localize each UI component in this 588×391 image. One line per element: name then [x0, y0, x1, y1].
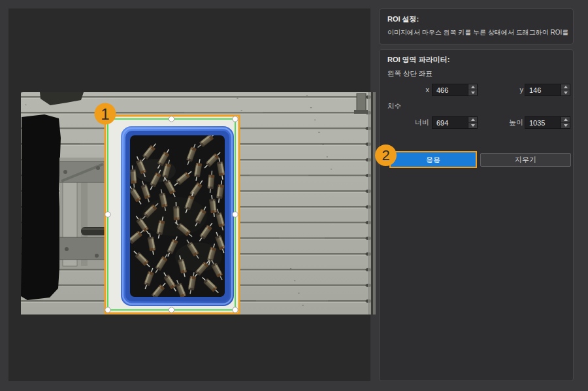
height-label: 높이 — [478, 116, 523, 129]
roi-parameters-group: ROI 영역 파라미터: 왼쪽 상단 좌표 x y 치수 너비 높이 — [379, 49, 574, 381]
y-label: y — [478, 84, 523, 96]
roi-settings-title: ROI 설정: — [387, 14, 419, 24]
size-label: 치수 — [387, 102, 401, 111]
height-spin-down-button[interactable] — [561, 123, 570, 128]
width-spin-down-button[interactable] — [468, 123, 477, 128]
step-2-badge: 2 — [375, 144, 397, 166]
apply-button[interactable]: 응용 — [391, 152, 476, 167]
width-spin-up-button[interactable] — [468, 117, 477, 123]
width-input[interactable] — [433, 117, 468, 128]
machinery — [59, 158, 107, 269]
top-left-coord-label: 왼쪽 상단 좌표 — [387, 69, 433, 78]
roi-handle-ne[interactable] — [233, 116, 238, 122]
roi-handle-e[interactable] — [233, 212, 238, 217]
height-input-group — [525, 116, 570, 129]
x-label: x — [384, 84, 429, 96]
width-input-group — [432, 116, 478, 129]
y-input[interactable] — [525, 84, 561, 95]
y-spin-down-button[interactable] — [561, 90, 570, 95]
y-spin-up-button[interactable] — [561, 84, 570, 90]
height-spin-up-button[interactable] — [561, 117, 570, 123]
roi-parameters-title: ROI 영역 파라미터: — [387, 55, 449, 65]
roi-settings-note: ROI 설정: 이미지에서 마우스 왼쪽 키를 누른 상태에서 드래그하여 RO… — [379, 8, 574, 44]
y-input-group — [525, 84, 570, 96]
width-label: 너비 — [384, 116, 429, 129]
wall-right-edge — [368, 92, 376, 314]
apply-button-highlight: 응용 — [389, 151, 477, 168]
black-tarp — [21, 114, 61, 300]
x-spin-down-button[interactable] — [468, 90, 477, 95]
roi-handle-n[interactable] — [169, 116, 174, 122]
roi-settings-description: 이미지에서 마우스 왼쪽 키를 누른 상태에서 드래그하여 ROI를 선택합니다… — [387, 28, 570, 37]
roi-handle-w[interactable] — [105, 212, 110, 217]
image-canvas[interactable]: 1 — [8, 8, 370, 381]
camera-image[interactable]: 1 — [21, 92, 376, 314]
x-spin-up-button[interactable] — [468, 84, 477, 90]
roi-handle-se[interactable] — [233, 307, 238, 313]
height-input[interactable] — [525, 117, 561, 128]
step-1-badge: 1 — [95, 103, 116, 125]
svg-text:1: 1 — [101, 105, 109, 123]
x-input[interactable] — [433, 84, 468, 95]
x-input-group — [432, 84, 478, 96]
roi-handle-sw[interactable] — [105, 307, 110, 313]
roi-handle-s[interactable] — [169, 307, 174, 313]
clear-button[interactable]: 지우기 — [480, 153, 571, 167]
